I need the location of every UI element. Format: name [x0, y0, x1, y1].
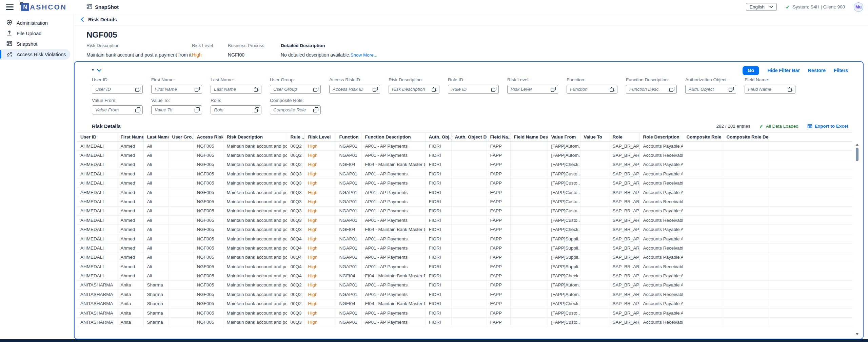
table-cell: [723, 169, 769, 178]
value-help-icon[interactable]: [551, 87, 556, 92]
scroll-up-icon[interactable]: [856, 144, 859, 146]
table-cell: High: [304, 151, 336, 160]
table-cell: [FAPP]Suppli...: [548, 253, 580, 262]
column-header-role-description[interactable]: Role Description: [639, 132, 683, 141]
column-header-composite-role-desc-[interactable]: Composite Role Desc.: [723, 132, 769, 141]
value-help-icon[interactable]: [254, 87, 259, 92]
column-header-user-id[interactable]: User ID: [77, 132, 117, 141]
table-row: ANITASHARMAAnitaSharmaNGF005Maintain ban…: [77, 290, 852, 299]
value-help-icon[interactable]: [195, 87, 200, 92]
table-cell: [580, 308, 609, 317]
column-header-user-gro-[interactable]: User Gro...: [169, 132, 193, 141]
go-button[interactable]: Go: [743, 66, 759, 75]
hide-filter-bar-button[interactable]: Hide Filter Bar: [767, 68, 800, 73]
table-cell: Maintain bank account and pos...: [223, 243, 287, 253]
column-header-field-name-desc-[interactable]: Field Name Desc.: [510, 132, 548, 141]
value-help-icon[interactable]: [313, 87, 318, 92]
chart-icon: [6, 51, 12, 58]
table-cell: Maintain bank account and pos...: [223, 262, 287, 271]
value-help-icon[interactable]: [788, 87, 793, 92]
table-cell: [723, 308, 769, 317]
table-cell: AHMEDALI: [77, 262, 117, 271]
table-cell: [683, 280, 723, 290]
table-cell: [169, 308, 193, 317]
column-header-last-name[interactable]: Last Name: [143, 132, 169, 141]
restore-button[interactable]: Restore: [808, 68, 826, 73]
scroll-down-icon[interactable]: [856, 333, 859, 335]
table-cell: [510, 234, 548, 243]
value-help-icon[interactable]: [432, 87, 437, 92]
table-cell: FAPP: [487, 243, 510, 253]
value-help-icon[interactable]: [373, 87, 378, 92]
value-help-icon[interactable]: [313, 107, 318, 112]
value-help-icon[interactable]: [610, 87, 615, 92]
table-cell: AHMEDALI: [77, 197, 117, 206]
column-header-field-na-[interactable]: Field Na...: [487, 132, 510, 141]
column-header-value-to[interactable]: Value To: [580, 132, 609, 141]
sidebar-item-administration[interactable]: Administration: [0, 18, 70, 28]
show-more-link[interactable]: Show More...: [350, 52, 377, 58]
value-help-icon[interactable]: [195, 107, 200, 112]
table-cell: [169, 151, 193, 160]
column-header-value-from[interactable]: Value From: [548, 132, 580, 141]
table-cell: Accounts Payable Accountant: [639, 299, 683, 308]
export-to-excel-button[interactable]: Export to Excel: [807, 124, 848, 129]
column-header-function-description[interactable]: Function Description: [361, 132, 425, 141]
table-cell: NGAP01: [336, 262, 361, 271]
filter-field-user-group: User Group:: [270, 77, 321, 94]
filter-field-auth-object: Authorization Object:: [685, 77, 736, 94]
table-cell: NGF005: [193, 318, 223, 327]
table-cell: FI04 - Maintain Bank Master Data: [361, 160, 425, 169]
column-header-role[interactable]: Role: [609, 132, 639, 141]
table-scrollbar[interactable]: [855, 142, 860, 337]
table-cell: [169, 299, 193, 308]
column-header-function[interactable]: Function: [336, 132, 361, 141]
table-cell: Accounts Receivable Accountant: [639, 262, 683, 271]
table-cell: FIORI: [425, 188, 451, 197]
value-help-icon[interactable]: [729, 87, 734, 92]
filters-button[interactable]: Filters: [834, 68, 848, 73]
table-cell: [451, 151, 487, 160]
table-cell: 00Q3: [287, 206, 304, 215]
filter-field-first-name: First Name:: [151, 77, 202, 94]
table-cell: [169, 253, 193, 262]
scrollbar-thumb[interactable]: [856, 148, 859, 161]
value-help-icon[interactable]: [135, 107, 140, 112]
table-cell-filler: [769, 290, 852, 299]
filter-field-last-name: Last Name:: [211, 77, 261, 94]
table-cell: NGFI04: [336, 225, 361, 234]
variant-selector[interactable]: *: [92, 69, 101, 72]
column-header-auth-obj-[interactable]: Auth. Obj...: [425, 132, 451, 141]
column-header-risk-description[interactable]: Risk Description: [223, 132, 287, 141]
column-header-auth-object-d-[interactable]: Auth. Object D...: [451, 132, 487, 141]
column-header-rule-[interactable]: Rule ...: [287, 132, 304, 141]
avatar[interactable]: Mu: [854, 2, 863, 12]
value-help-icon[interactable]: [254, 107, 259, 112]
menu-icon[interactable]: [6, 4, 14, 10]
table-cell: SAP_BR_AP_ACCO...: [609, 299, 639, 308]
back-button[interactable]: [81, 17, 84, 22]
column-header-composite-role[interactable]: Composite Role: [683, 132, 723, 141]
table-cell: [451, 280, 487, 290]
sidebar-item-file-upload[interactable]: File Upload: [0, 28, 70, 39]
table-cell: FAPP: [487, 141, 510, 150]
table-cell: [580, 178, 609, 188]
table-cell: [FAPP]Check...: [548, 225, 580, 234]
value-help-icon[interactable]: [669, 87, 674, 92]
value-help-icon[interactable]: [491, 87, 496, 92]
column-header-risk-level[interactable]: Risk Level: [304, 132, 336, 141]
table-cell: [723, 160, 769, 169]
column-header-first-name[interactable]: First Name: [117, 132, 143, 141]
table-cell: NGAP01: [336, 290, 361, 299]
sidebar-item-access-risk-violations[interactable]: Access Risk Violations: [0, 49, 70, 60]
value-help-icon[interactable]: [135, 87, 140, 92]
table-cell: AP01 - AP Payments: [361, 197, 425, 206]
column-header-access-risk-id[interactable]: Access Risk ID: [193, 132, 223, 141]
sidebar-item-snapshot[interactable]: Snapshot: [0, 39, 70, 49]
table-cell: SAP_BR_AP_ACCO...: [609, 308, 639, 317]
table-cell: [169, 141, 193, 150]
table-cell: [FAPP]Custo...: [548, 216, 580, 225]
table-cell: SAP_BR_AP_ACCO...: [609, 234, 639, 243]
table-cell: 00Q3: [287, 197, 304, 206]
language-select[interactable]: English: [746, 3, 777, 11]
